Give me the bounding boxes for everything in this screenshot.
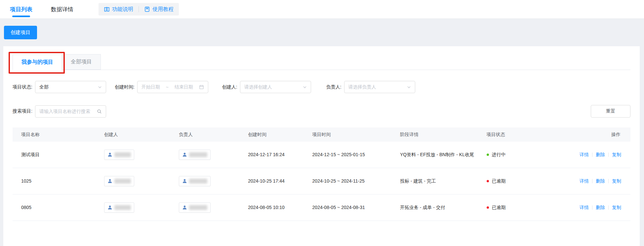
owner-tag[interactable] [179,202,211,213]
nav-tab-label: 项目列表 [10,6,32,13]
action-link-delete[interactable]: 删除 [596,152,605,157]
date-range-separator: ~ [166,85,169,90]
status-cell: 已逾期 [486,169,563,193]
person-icon [182,205,187,210]
person-icon [107,152,112,157]
stage-details: 开拓业务 - 成单 - 交付 [399,196,486,219]
column-header: 创建时间 [247,132,311,138]
owner-select-placeholder: 请选择负责人 [348,84,376,90]
book-icon [104,6,110,12]
action-divider [592,179,592,183]
nav-tab-label: 数据详情 [51,6,73,13]
project-name: 1025 [13,169,103,193]
action-divider [592,153,592,157]
end-date-placeholder: 结束日期 [175,84,193,90]
creator-cell [103,168,178,194]
date-range-picker[interactable]: 开始日期 ~ 结束日期 [137,81,208,93]
project-period: 2024-08-05 ~ 2024-08-31 [312,196,399,219]
person-icon [107,179,112,184]
content-card: 我参与的项目 全部项目 项目状态: 全部 创建时间: 开始日期 ~ 结束日期 创… [3,46,640,246]
nav-tab-data-details[interactable]: 数据详情 [49,0,75,18]
creator-cell [103,142,178,168]
status-cell: 进行中 [486,143,563,166]
creator-cell [103,194,178,221]
created-time: 2024-08-05 10:10 [247,196,311,219]
column-header: 负责人 [178,132,247,138]
owner-tag[interactable] [179,176,211,186]
feature-guide-link[interactable]: 功能说明 [104,6,133,13]
created-filter-label: 创建时间: [115,84,135,90]
owner-tag[interactable] [179,150,211,160]
tutorial-label: 使用教程 [152,6,174,13]
toolbar-band: 创建项目 [0,19,644,46]
creator-tag[interactable] [104,176,134,186]
status-filter-label: 项目状态: [13,84,32,90]
column-header: 阶段详情 [399,132,486,138]
creator-select[interactable]: 请选择创建人 [240,81,311,93]
tab-my-projects[interactable]: 我参与的项目 [13,54,62,70]
person-icon [182,179,187,184]
action-link-delete[interactable]: 删除 [596,205,605,210]
chevron-down-icon [407,85,411,89]
nav-tab-project-list[interactable]: 项目列表 [8,0,34,18]
search-input-box [35,105,106,118]
status-select-value: 全部 [39,84,49,90]
feature-guide-label: 功能说明 [112,6,133,13]
table-row: 测试项目 2024-12-17 16:24 2024-12-15 ~ 2025-… [13,142,630,168]
create-project-button[interactable]: 创建项目 [4,26,37,39]
status-cell: 已逾期 [486,196,563,219]
actions-cell: 详情删除复制 [562,196,630,219]
action-divider [608,205,609,210]
action-link-detail[interactable]: 详情 [580,205,589,210]
status-select[interactable]: 全部 [35,81,106,93]
status-dot [487,154,489,156]
projects-table: 项目名称创建人负责人创建时间项目时间阶段详情项目状态操作 测试项目 2024-1… [13,127,630,221]
action-link-copy[interactable]: 复制 [612,205,621,210]
action-link-detail[interactable]: 详情 [580,152,589,157]
search-input[interactable] [39,109,94,114]
owner-select[interactable]: 请选择负责人 [344,81,415,93]
filter-project-status: 项目状态: 全部 [13,81,106,93]
action-link-delete[interactable]: 删除 [596,178,605,184]
search-icon[interactable] [97,109,102,114]
status-label: 已逾期 [492,178,506,184]
status-label: 进行中 [492,152,506,157]
redacted-name [114,205,131,210]
action-link-copy[interactable]: 复制 [612,152,621,157]
project-period: 2024-12-15 ~ 2025-01-15 [312,143,399,166]
creator-tag[interactable] [104,150,134,160]
person-icon [182,152,187,157]
active-tab-underline [12,16,30,17]
created-time: 2024-10-25 17:44 [247,169,311,193]
tab-all-projects[interactable]: 全部项目 [62,54,101,70]
table-body: 测试项目 2024-12-17 16:24 2024-12-15 ~ 2025-… [13,142,630,221]
project-name: 测试项目 [13,143,103,166]
creator-select-placeholder: 请选择创建人 [244,84,272,90]
top-nav-bar: 项目列表 数据详情 功能说明 使用教程 [0,0,644,19]
actions-cell: 详情删除复制 [562,143,630,166]
status-dot [487,206,489,209]
start-date-placeholder: 开始日期 [141,84,160,90]
filter-created-time: 创建时间: 开始日期 ~ 结束日期 [115,81,208,93]
filter-owner: 负责人: 请选择负责人 [326,81,415,93]
column-header: 项目状态 [486,132,563,138]
reset-button[interactable]: 重置 [591,105,630,118]
redacted-name [114,152,131,157]
creator-tag[interactable] [104,202,134,213]
redacted-name [114,179,131,184]
action-divider [608,153,609,157]
tutorial-icon [144,6,150,12]
action-divider [592,205,592,210]
filter-row-1: 项目状态: 全部 创建时间: 开始日期 ~ 结束日期 创建人: 请选择创建人 负… [13,81,630,93]
action-link-detail[interactable]: 详情 [580,178,589,184]
stage-details: YQ资料 - EF投放 - BN制作 - KL收尾 [399,143,486,166]
tutorial-link[interactable]: 使用教程 [144,6,174,13]
table-row: 0805 2024-08-05 10:10 2024-08-05 ~ 2024-… [13,194,630,221]
chevron-down-icon [303,85,307,89]
column-header: 项目时间 [312,132,399,138]
filter-search: 搜索项目: [13,105,106,118]
table-header: 项目名称创建人负责人创建时间项目时间阶段详情项目状态操作 [13,127,630,142]
redacted-name [189,179,207,184]
help-link-group: 功能说明 使用教程 [99,3,179,16]
action-link-copy[interactable]: 复制 [612,178,621,184]
